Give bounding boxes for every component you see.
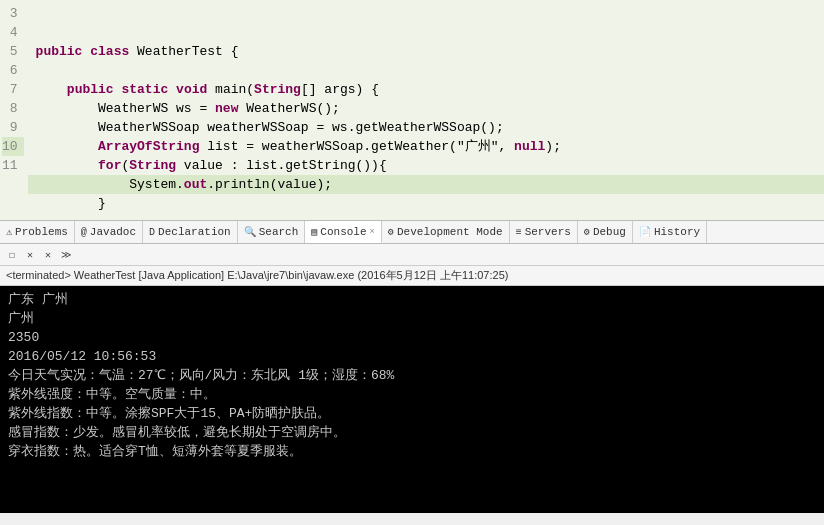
console-line: 2350 xyxy=(8,328,816,347)
debug-tab-icon: ⚙ xyxy=(584,226,590,238)
code-line: public static void main(String[] args) { xyxy=(28,80,824,99)
stop-btn[interactable]: ✕ xyxy=(22,247,38,263)
declaration-tab-icon: D xyxy=(149,227,155,238)
console-line: 广州 xyxy=(8,309,816,328)
console-line: 紫外线指数：中等。涂擦SPF大于15、PA+防晒护肤品。 xyxy=(8,404,816,423)
line-number: 4 xyxy=(2,23,24,42)
more-btn[interactable]: ≫ xyxy=(58,247,74,263)
tab-bar: ⚠Problems@JavadocDDeclaration🔍Search▤Con… xyxy=(0,220,824,244)
code-line: public class WeatherTest { xyxy=(28,42,824,61)
line-number: 5 xyxy=(2,42,24,61)
clear-console-btn[interactable]: ☐ xyxy=(4,247,20,263)
console-toolbar: ☐ ✕ ✕ ≫ xyxy=(0,244,824,266)
devmode-tab-label: Development Mode xyxy=(397,226,503,238)
problems-tab-icon: ⚠ xyxy=(6,226,12,238)
console-line: 紫外线强度：中等。空气质量：中。 xyxy=(8,385,816,404)
terminated-header: <terminated> WeatherTest [Java Applicati… xyxy=(0,266,824,286)
code-line: WeatherWSSoap weatherWSSoap = ws.getWeat… xyxy=(28,118,824,137)
tab-search[interactable]: 🔍Search xyxy=(238,221,306,243)
search-tab-icon: 🔍 xyxy=(244,226,256,238)
line-number: 8 xyxy=(2,99,24,118)
devmode-tab-icon: ⚙ xyxy=(388,226,394,238)
javadoc-tab-icon: @ xyxy=(81,227,87,238)
console-tab-label: Console xyxy=(320,226,366,238)
tab-javadoc[interactable]: @Javadoc xyxy=(75,221,143,243)
line-number: 6 xyxy=(2,61,24,80)
tab-servers[interactable]: ≡Servers xyxy=(510,221,578,243)
code-line: System.out.println(value); xyxy=(28,175,824,194)
line-number: 7 xyxy=(2,80,24,99)
problems-tab-label: Problems xyxy=(15,226,68,238)
tab-problems[interactable]: ⚠Problems xyxy=(0,221,75,243)
servers-tab-label: Servers xyxy=(525,226,571,238)
tab-history[interactable]: 📄History xyxy=(633,221,707,243)
history-tab-label: History xyxy=(654,226,700,238)
line-numbers: 34567891011 xyxy=(0,0,28,220)
console-line: 感冒指数：少发。感冒机率较低，避免长期处于空调房中。 xyxy=(8,423,816,442)
console-line: 穿衣指数：热。适合穿T恤、短薄外套等夏季服装。 xyxy=(8,442,816,461)
console-tab-close[interactable]: × xyxy=(370,227,375,237)
search-tab-label: Search xyxy=(259,226,299,238)
code-line: for(String value : list.getString()){ xyxy=(28,156,824,175)
code-editor: 34567891011 public class WeatherTest { p… xyxy=(0,0,824,220)
console-panel: <terminated> WeatherTest [Java Applicati… xyxy=(0,266,824,513)
console-line: 广东 广州 xyxy=(8,290,816,309)
code-line xyxy=(28,61,824,80)
declaration-tab-label: Declaration xyxy=(158,226,231,238)
code-line: WeatherWS ws = new WeatherWS(); xyxy=(28,99,824,118)
history-tab-icon: 📄 xyxy=(639,226,651,238)
line-number: 3 xyxy=(2,4,24,23)
console-output[interactable]: 广东 广州广州23502016/05/12 10:56:53今日天气实况：气温：… xyxy=(0,286,824,513)
servers-tab-icon: ≡ xyxy=(516,227,522,238)
debug-tab-label: Debug xyxy=(593,226,626,238)
remove-btn[interactable]: ✕ xyxy=(40,247,56,263)
code-line: ArrayOfString list = weatherWSSoap.getWe… xyxy=(28,137,824,156)
tab-debug[interactable]: ⚙Debug xyxy=(578,221,633,243)
javadoc-tab-label: Javadoc xyxy=(90,226,136,238)
tab-declaration[interactable]: DDeclaration xyxy=(143,221,238,243)
tab-console[interactable]: ▤Console× xyxy=(305,221,382,243)
console-line: 今日天气实况：气温：27℃；风向/风力：东北风 1级；湿度：68% xyxy=(8,366,816,385)
code-line: } xyxy=(28,194,824,213)
console-tab-icon: ▤ xyxy=(311,226,317,238)
line-number: 10 xyxy=(2,137,24,156)
console-line: 2016/05/12 10:56:53 xyxy=(8,347,816,366)
code-lines[interactable]: public class WeatherTest { public static… xyxy=(28,0,824,220)
line-number: 9 xyxy=(2,118,24,137)
tab-devmode[interactable]: ⚙Development Mode xyxy=(382,221,510,243)
line-number: 11 xyxy=(2,156,24,175)
